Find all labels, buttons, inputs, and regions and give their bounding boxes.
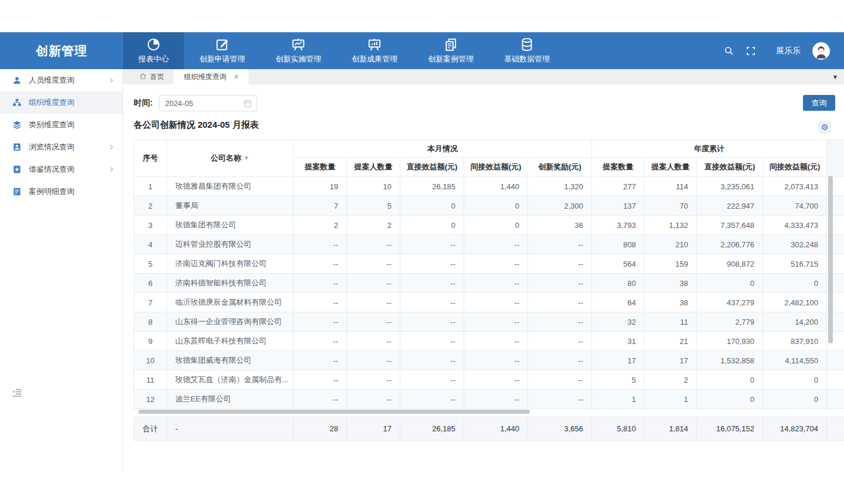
close-icon[interactable]: ✕ — [233, 73, 239, 81]
col-header-seq[interactable]: 序号 — [134, 140, 167, 177]
phantom-cell — [827, 351, 844, 370]
seq-cell: 7 — [134, 293, 167, 312]
value-cell: 0 — [763, 274, 827, 293]
value-cell: 808 — [592, 235, 645, 254]
total-value: 14,823,704 — [763, 417, 827, 441]
sidebar-item-category-dimension[interactable]: 类别维度查询 — [0, 114, 122, 136]
vertical-scrollbar[interactable] — [828, 176, 833, 343]
value-cell: -- — [464, 254, 528, 274]
company-cell: 波兰EE有限公司 — [167, 390, 294, 409]
value-cell: 38 — [645, 274, 697, 293]
col-header[interactable]: 直接效益额(元) — [697, 158, 763, 177]
nav-item-innovation-case[interactable]: 创新案例管理 — [413, 32, 489, 69]
avatar[interactable] — [812, 42, 830, 60]
nav-item-innovation-implement[interactable]: 创新实施管理 — [260, 32, 336, 69]
seq-cell: 2 — [134, 196, 167, 216]
top-right-tools: 展乐乐 — [723, 32, 844, 69]
sidebar-item-person-dimension[interactable]: 人员维度查询 — [0, 69, 122, 91]
col-header[interactable]: 创新奖励(元) — [528, 158, 592, 177]
sidebar-item-reference-status[interactable]: 借鉴情况查询 — [0, 158, 122, 181]
value-cell: 80 — [592, 274, 645, 293]
table-body: 1玫德雅昌集团有限公司191026,1851,4401,3202771143,2… — [134, 177, 844, 409]
doc-star-icon — [12, 165, 22, 175]
time-input[interactable] — [159, 99, 236, 108]
total-value: 26,185 — [400, 417, 464, 441]
tab-org-dimension[interactable]: 组织维度查询 ✕ — [175, 69, 249, 84]
col-header[interactable]: 提案数量 — [592, 158, 645, 177]
col-header[interactable]: 提案数量 — [294, 158, 347, 177]
value-cell: 137 — [592, 196, 645, 216]
presentation-line-chart-icon — [291, 37, 306, 52]
value-cell: 11 — [645, 312, 697, 332]
nav-item-innovation-achievement[interactable]: 创新成果管理 — [336, 32, 413, 69]
value-cell: -- — [400, 370, 464, 390]
nav-item-report-center[interactable]: 报表中心 — [123, 32, 184, 69]
sidebar-item-case-detail[interactable]: 案例明细查询 — [0, 181, 122, 203]
value-cell: -- — [347, 390, 400, 409]
value-cell: -- — [294, 370, 347, 390]
total-row: 合计 - 28 17 26,185 1,440 3,656 5,810 1,81… — [134, 417, 844, 441]
value-cell: 14,200 — [763, 312, 827, 332]
total-value: 3,656 — [528, 417, 592, 441]
value-cell: -- — [294, 293, 347, 312]
person-icon — [12, 76, 22, 86]
col-header[interactable]: 间接效益额(元) — [464, 158, 528, 177]
value-cell: 1 — [645, 390, 697, 409]
value-cell: 159 — [645, 254, 697, 274]
tab-label: 首页 — [150, 72, 164, 82]
table-row: 8山东得一企业管理咨询有限公司----------32112,77914,200 — [134, 312, 844, 332]
value-cell: 2,206,776 — [697, 235, 763, 254]
tab-list-caret-icon[interactable]: ▼ — [832, 74, 838, 80]
tab-home[interactable]: 首页 — [130, 69, 175, 84]
gear-icon[interactable]: ⚙ — [818, 121, 831, 134]
collapse-sidebar-icon[interactable] — [12, 388, 22, 400]
col-header[interactable]: 间接效益额(元) — [763, 158, 827, 177]
company-cell: 玫德雅昌集团有限公司 — [167, 177, 294, 196]
main-content: 时间: 查询 各公司创新情况 2024-05 月报表 ⚙ — [123, 84, 844, 504]
fullscreen-icon[interactable] — [746, 46, 756, 56]
col-header[interactable]: 直接效益额(元) — [400, 158, 464, 177]
value-cell: -- — [528, 235, 592, 254]
time-picker[interactable] — [159, 95, 257, 111]
seq-cell: 3 — [134, 216, 167, 235]
value-cell: 70 — [645, 196, 697, 216]
tab-bar: 首页 组织维度查询 ✕ ▼ — [123, 69, 844, 84]
nav-item-base-data[interactable]: 基础数据管理 — [489, 32, 565, 69]
search-icon[interactable] — [723, 46, 734, 56]
seq-cell: 8 — [134, 312, 167, 332]
app-title: 创新管理 — [0, 32, 123, 69]
sidebar-item-browse-status[interactable]: 浏览情况查询 — [0, 136, 122, 158]
value-cell: -- — [400, 274, 464, 293]
value-cell: -- — [464, 274, 528, 293]
col-header[interactable]: 提案人数量 — [347, 158, 400, 177]
table-row: 4迈科管业控股有限公司----------8082102,206,776302,… — [134, 235, 844, 254]
value-cell: 0 — [697, 370, 763, 390]
table-row: 6济南科德智能科技有限公司----------803800 — [134, 274, 844, 293]
sidebar-label: 案例明细查询 — [29, 186, 74, 197]
horizontal-scrollbar[interactable] — [138, 410, 530, 414]
total-table: 合计 - 28 17 26,185 1,440 3,656 5,810 1,81… — [134, 417, 844, 441]
edit-icon — [215, 37, 230, 52]
table-row: 10玫德集团威海有限公司----------17171,532,8584,114… — [134, 351, 844, 370]
seq-cell: 12 — [134, 390, 167, 409]
nav-item-innovation-apply[interactable]: 创新申请管理 — [184, 32, 260, 69]
company-cell: 济南科德智能科技有限公司 — [167, 274, 294, 293]
total-company: - — [167, 417, 294, 441]
total-label: 合计 — [134, 417, 167, 441]
value-cell: 74,700 — [763, 196, 827, 216]
user-name[interactable]: 展乐乐 — [776, 46, 801, 56]
query-button[interactable]: 查询 — [803, 95, 835, 111]
value-cell: -- — [294, 254, 347, 274]
value-cell: 4,333,473 — [763, 216, 827, 235]
table-row: 2董事局75002,30013770222,94774,700 — [134, 196, 844, 216]
sidebar-item-org-dimension[interactable]: 组织维度查询 — [0, 91, 122, 114]
presentation-bar-chart-icon — [367, 37, 382, 52]
sidebar-label: 借鉴情况查询 — [29, 164, 74, 175]
chevron-right-icon — [108, 143, 114, 152]
value-cell: 1 — [592, 390, 645, 409]
company-cell: 玫德集团威海有限公司 — [167, 351, 294, 370]
company-cell: 董事局 — [167, 196, 294, 216]
col-header-company[interactable]: 公司名称▼ — [167, 140, 294, 177]
doc-lines-icon — [12, 187, 22, 197]
col-header[interactable]: 提案人数量 — [645, 158, 697, 177]
